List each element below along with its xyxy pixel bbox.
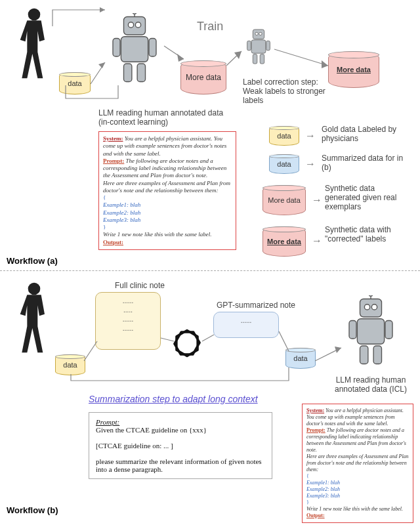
robot-icon-large	[105, 13, 164, 85]
data-cylinder-blue-b: data	[285, 348, 316, 369]
ctcae-prompt-label: Prompt:	[96, 418, 119, 426]
system-label: System:	[306, 408, 324, 413]
svg-rect-6	[121, 37, 148, 62]
svg-rect-7	[113, 39, 120, 57]
svg-rect-34	[385, 321, 392, 339]
ex1: Example1: blah	[103, 201, 140, 208]
arrow-icon: →	[305, 130, 316, 142]
workflow-b-label: Workflow (b)	[7, 505, 58, 515]
ctcae-line1: Given the CTCAE guideline on {xxx}	[96, 426, 207, 434]
arrow-icon: →	[312, 235, 322, 247]
legend-cyl-gold: data	[269, 126, 299, 146]
svg-rect-10	[137, 64, 145, 82]
svg-point-29	[371, 304, 377, 310]
svg-rect-16	[266, 41, 270, 51]
svg-rect-9	[124, 64, 132, 82]
gpt-note-label: GPT-summarized note	[217, 301, 295, 310]
svg-point-24	[28, 283, 41, 295]
prompt-lead: Here are three examples of Assessment an…	[306, 453, 409, 472]
svg-point-3	[135, 22, 140, 28]
svg-point-0	[28, 9, 41, 21]
svg-rect-35	[360, 346, 368, 364]
output-label: Output:	[103, 239, 123, 245]
svg-rect-36	[373, 346, 381, 364]
svg-marker-21	[177, 54, 184, 62]
ctcae-line3: please summarize the relevant informatio…	[96, 457, 262, 473]
system-label: System:	[103, 135, 123, 142]
data-cylinder-gold-a: data	[59, 72, 91, 94]
svg-rect-1	[124, 17, 146, 35]
svg-marker-37	[335, 346, 341, 353]
full-note-label: Full clinic note	[115, 281, 165, 290]
cyl-label: data	[63, 361, 77, 369]
gpt-note-card: ......	[213, 312, 279, 338]
legend-text-gold: Gold data Labeled by physicians	[322, 125, 407, 143]
cyl-label: data	[68, 79, 81, 87]
ex2: Example2: blah	[103, 209, 140, 216]
svg-point-28	[364, 304, 369, 310]
svg-rect-33	[349, 321, 356, 339]
ex3: Example3: blah	[306, 493, 340, 499]
svg-rect-8	[149, 39, 156, 57]
legend-cyl-syn: More data	[262, 185, 306, 215]
svg-point-5	[133, 13, 136, 14]
workflow-a-label: Workflow (a)	[7, 256, 58, 266]
diagram-canvas: data More data Train More data LLM readi…	[0, 0, 420, 525]
openai-icon	[172, 328, 202, 358]
arrow-icon: →	[305, 158, 316, 170]
svg-rect-32	[357, 319, 384, 345]
legend-text-corr: Synthetic data with "corrected" labels	[325, 225, 410, 243]
legend-text-syn: Synthetic data generated given real exem…	[325, 184, 410, 211]
full-note-card: ...... ..... ...... ......	[95, 292, 161, 350]
ex2: Example2: blah	[306, 486, 340, 492]
ctcae-prompt-box: Prompt: Given the CTCAE guideline on {xx…	[89, 412, 272, 479]
svg-rect-11	[253, 30, 264, 39]
llm-caption-b: LLM reading human annotated data (ICL)	[328, 375, 413, 394]
data-cylinder-gold-b1: data	[55, 354, 85, 375]
svg-point-12	[255, 32, 258, 35]
cyl-label: data	[293, 354, 307, 362]
cyl-label: More data	[337, 66, 371, 74]
prompt-label: Prompt:	[103, 158, 124, 164]
legend-text-summ: Summarized data for in (b)	[322, 154, 407, 172]
cyl-label: data	[277, 132, 291, 140]
output-label: Output:	[306, 513, 325, 518]
legend-cyl-corr: More data	[262, 226, 306, 257]
svg-point-2	[128, 22, 133, 28]
cyl-label: data	[277, 160, 291, 168]
separator	[0, 270, 420, 271]
svg-marker-20	[98, 62, 105, 68]
prompt-lead: Here are three examples of Assessment an…	[103, 180, 230, 194]
svg-marker-19	[100, 7, 105, 12]
svg-rect-27	[360, 299, 382, 318]
summarization-link: Summarization step to adapt long context	[89, 394, 258, 404]
human-icon	[14, 7, 54, 85]
llm-caption-a: LLM reading human annotated data (in-con…	[98, 108, 230, 127]
prompt-tail: Write 1 new note like this with the same…	[306, 506, 403, 512]
prompt-label: Prompt:	[306, 427, 326, 433]
svg-point-31	[369, 295, 373, 296]
ex3: Example3: blah	[103, 217, 140, 223]
icl-prompt-box-b: System: You are a helpful physician assi…	[302, 404, 413, 523]
train-label: Train	[197, 20, 223, 33]
prompt-tail: Write 1 new note like this with the same…	[103, 231, 211, 238]
cyl-label: More data	[186, 73, 221, 82]
svg-marker-22	[234, 51, 242, 59]
svg-rect-14	[251, 40, 266, 53]
robot-icon-small	[243, 28, 274, 66]
cyl-label: More data	[267, 238, 301, 245]
robot-icon-b	[341, 295, 400, 368]
icl-prompt-box-a: System: You are a helpful physician assi…	[98, 131, 236, 250]
ctcae-line2: [CTCAE guideline on: ... ]	[96, 442, 173, 450]
svg-rect-17	[253, 54, 257, 64]
legend-cyl-summ: data	[269, 154, 299, 174]
more-data-cylinder-a: More data	[180, 60, 226, 94]
human-icon-b	[14, 281, 54, 360]
svg-rect-15	[247, 41, 251, 51]
ex1: Example1: blah	[306, 480, 340, 486]
svg-point-13	[259, 32, 262, 35]
svg-marker-23	[322, 60, 328, 68]
cyl-label: More data	[268, 196, 301, 204]
arrow-icon: →	[312, 194, 322, 206]
correction-caption: Label correction step: Weak labels to st…	[243, 77, 341, 105]
